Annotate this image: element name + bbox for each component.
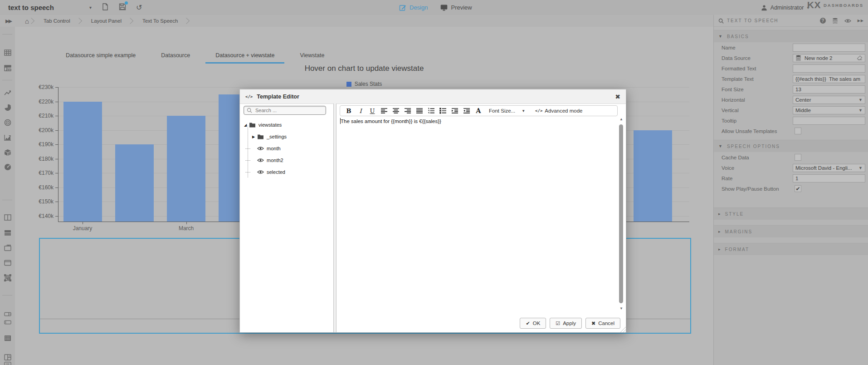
font-size-input[interactable] (793, 86, 865, 93)
tree-collapsed-icon[interactable]: ▶ (251, 135, 256, 139)
tooltip-input[interactable] (793, 117, 865, 124)
scroll-up-icon[interactable]: ▲ (619, 117, 624, 121)
advanced-mode-toggle[interactable]: </> Advanced mode (535, 108, 582, 113)
section-margins[interactable]: ▸MARGINS (714, 225, 868, 237)
split-panel-icon[interactable] (0, 354, 15, 361)
area-chart-icon[interactable] (0, 134, 15, 141)
cancel-button[interactable]: ✖ Cancel (585, 318, 620, 329)
show-play-pause-button-checkbox[interactable]: ✔ (795, 185, 801, 192)
section-speech-options[interactable]: ▼SPEECH OPTIONS (714, 140, 868, 152)
apply-button[interactable]: ☑ Apply (550, 318, 582, 329)
font-size-dropdown[interactable]: Font Size... ▼ (489, 108, 525, 113)
data-grid-icon[interactable] (0, 49, 15, 56)
align-justify-icon[interactable] (414, 106, 424, 115)
ordered-list-icon[interactable] (426, 106, 436, 115)
cube-3d-icon[interactable] (0, 149, 15, 156)
panel-expand-icon[interactable]: ▶▶ (5, 18, 11, 24)
vertical-select[interactable]: Middle▼ (793, 106, 865, 114)
indent-icon[interactable] (450, 106, 460, 115)
ok-button[interactable]: ✔ OK (520, 318, 546, 329)
cache-data-checkbox[interactable] (795, 154, 801, 161)
sidebar-divider (2, 80, 12, 80)
formatted-text-field (793, 64, 865, 73)
tab-panel-icon[interactable] (0, 244, 15, 252)
ok-button-icon[interactable]: OK (0, 360, 15, 365)
voice-select[interactable]: Microsoft David - Engli...▼ (793, 164, 865, 172)
pie-chart-icon[interactable] (0, 104, 15, 111)
align-right-icon[interactable] (403, 106, 413, 115)
tree-item-viewstates[interactable]: ◢viewstates (243, 119, 332, 131)
breadcrumb-item-layout-panel[interactable]: Layout Panel (81, 18, 128, 24)
tab-datasource[interactable]: Datasource (151, 49, 200, 62)
close-icon[interactable]: ✖ (615, 93, 620, 100)
tab-viewstate[interactable]: Viewstate (290, 49, 334, 62)
donut-chart-icon[interactable] (0, 119, 15, 126)
tree-search-box[interactable] (244, 106, 326, 115)
text-input-icon[interactable] (0, 319, 15, 326)
y-axis-label: €160k (22, 184, 54, 191)
tab-datasource-simple-example[interactable]: Datasource simple example (56, 49, 146, 62)
pivot-grid-icon[interactable] (0, 64, 15, 72)
pane-splitter[interactable] (333, 104, 336, 332)
list-form-icon[interactable] (0, 335, 15, 341)
align-center-icon[interactable] (391, 106, 401, 115)
underline-button[interactable]: U (367, 106, 377, 115)
bar-index-11[interactable] (634, 130, 672, 222)
undo-button[interactable]: ↺ (136, 3, 142, 12)
preview-mode-toggle[interactable]: Preview (440, 4, 472, 11)
section-style[interactable]: ▸STYLE (714, 207, 868, 220)
save-dashboard-button[interactable] (119, 3, 126, 12)
breadcrumb-item-text-to-speech[interactable]: Text To Speech (132, 18, 184, 24)
bar-index-1[interactable] (115, 144, 154, 222)
data-source-picker[interactable]: New node 2 (793, 54, 865, 62)
template-text-input[interactable] (793, 75, 865, 83)
rate-input[interactable] (793, 175, 865, 182)
help-button[interactable]: ? (820, 18, 826, 24)
tree-item-settings[interactable]: ▶_settings (251, 131, 332, 143)
resize-handle[interactable] (619, 326, 626, 332)
name-input[interactable] (793, 44, 865, 51)
line-chart-icon[interactable] (0, 89, 15, 96)
solid-panel-icon[interactable] (0, 229, 15, 237)
bold-button[interactable]: B (344, 106, 354, 115)
scroll-down-icon[interactable]: ▼ (619, 306, 624, 311)
x-axis-tick (186, 222, 187, 224)
design-mode-toggle[interactable]: Design (399, 4, 428, 11)
tree-item-selected[interactable]: selected (251, 166, 332, 178)
datasource-panel-icon[interactable] (832, 18, 838, 24)
clear-datasource-icon[interactable] (857, 55, 863, 60)
section-format[interactable]: ▸FORMAT (714, 243, 868, 255)
allow-unsafe-templates-checkbox[interactable] (795, 128, 801, 134)
dropdown-control-icon[interactable] (0, 311, 15, 318)
font-color-button[interactable]: A (473, 106, 483, 115)
outdent-icon[interactable] (462, 106, 472, 115)
formatted-text-input[interactable] (793, 65, 865, 72)
section-basics[interactable]: ▼BASICS (714, 30, 868, 42)
gauge-icon[interactable] (0, 163, 15, 171)
bar-January[interactable] (63, 102, 102, 222)
columns-layout-icon[interactable] (0, 214, 15, 221)
scrollbar-thumb[interactable] (619, 124, 623, 303)
horizontal-select[interactable]: Center▼ (793, 96, 865, 104)
editor-scrollbar[interactable]: ▲ ▼ (619, 117, 624, 311)
chart-legend[interactable]: Sales Stats (15, 81, 713, 87)
user-menu[interactable]: Administrator ▾ (761, 0, 809, 15)
italic-button[interactable]: I (356, 106, 366, 115)
dashboard-select-caret-icon[interactable]: ▾ (89, 5, 92, 10)
breadcrumb-item-tab-control[interactable]: Tab Control (34, 18, 77, 24)
header-panel-icon[interactable] (0, 259, 15, 266)
viewstate-panel-icon[interactable] (844, 19, 851, 23)
bullet-list-icon[interactable] (438, 106, 448, 115)
new-dashboard-button[interactable] (102, 3, 109, 12)
search-input[interactable] (254, 107, 323, 113)
tab-datasource-viewstate[interactable]: Datasource + viewstate (205, 49, 284, 62)
dialog-header[interactable]: </> Template Editor ✖ (240, 89, 626, 104)
template-text-editor[interactable]: The sales amount for {{month}} is €{{sal… (340, 118, 616, 314)
canvas-group-icon[interactable] (0, 274, 15, 281)
tree-item-month[interactable]: month (251, 143, 332, 154)
bar-March[interactable] (167, 116, 205, 222)
align-left-icon[interactable] (379, 106, 389, 115)
search-icon[interactable] (718, 18, 724, 24)
tree-item-month2[interactable]: month2 (251, 154, 332, 166)
collapse-panel-icon[interactable]: ▶▶ (858, 19, 864, 23)
